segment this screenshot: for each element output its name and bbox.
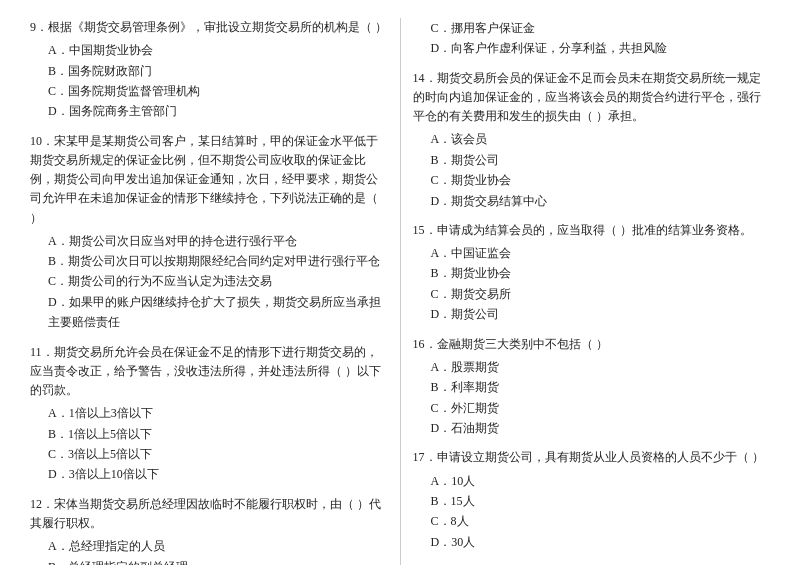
- option-q9-0: A．中国期货业协会: [30, 40, 388, 60]
- option-q16-1: B．利率期货: [413, 377, 771, 397]
- option-q9-3: D．国务院商务主管部门: [30, 101, 388, 121]
- option-q15-1: B．期货业协会: [413, 263, 771, 283]
- option-q13c-0: C．挪用客户保证金: [413, 18, 771, 38]
- option-q14-2: C．期货业协会: [413, 170, 771, 190]
- question-block-q11: 11．期货交易所允许会员在保证金不足的情形下进行期货交易的，应当责令改正，给予警…: [30, 343, 388, 485]
- option-q14-1: B．期货公司: [413, 150, 771, 170]
- question-block-q12: 12．宋体当期货交易所总经理因故临时不能履行职权时，由（ ）代其履行职权。A．总…: [30, 495, 388, 565]
- option-q16-3: D．石油期货: [413, 418, 771, 438]
- option-q17-2: C．8人: [413, 511, 771, 531]
- left-column: 9．根据《期货交易管理条例》，审批设立期货交易所的机构是（ ）A．中国期货业协会…: [30, 18, 400, 565]
- option-q17-3: D．30人: [413, 532, 771, 552]
- option-q15-0: A．中国证监会: [413, 243, 771, 263]
- option-q13c-1: D．向客户作虚利保证，分享利益，共担风险: [413, 38, 771, 58]
- option-q10-3: D．如果甲的账户因继续持仓扩大了损失，期货交易所应当承担主要赔偿责任: [30, 292, 388, 333]
- option-q10-2: C．期货公司的行为不应当认定为违法交易: [30, 271, 388, 291]
- option-q14-0: A．该会员: [413, 129, 771, 149]
- option-q11-0: A．1倍以上3倍以下: [30, 403, 388, 423]
- option-q10-0: A．期货公司次日应当对甲的持仓进行强行平仓: [30, 231, 388, 251]
- question-text-q9: 9．根据《期货交易管理条例》，审批设立期货交易所的机构是（ ）: [30, 18, 388, 37]
- option-q17-0: A．10人: [413, 471, 771, 491]
- question-block-q14: 14．期货交易所会员的保证金不足而会员未在期货交易所统一规定的时向内追加保证金的…: [413, 69, 771, 211]
- question-block-q10: 10．宋某甲是某期货公司客户，某日结算时，甲的保证金水平低于期货交易所规定的保证…: [30, 132, 388, 333]
- option-q11-2: C．3倍以上5倍以下: [30, 444, 388, 464]
- option-q12-1: B．总经理指定的副总经理: [30, 557, 388, 565]
- option-q14-3: D．期货交易结算中心: [413, 191, 771, 211]
- question-block-q15: 15．申请成为结算会员的，应当取得（ ）批准的结算业务资格。A．中国证监会B．期…: [413, 221, 771, 325]
- right-column: C．挪用客户保证金D．向客户作虚利保证，分享利益，共担风险14．期货交易所会员的…: [400, 18, 771, 565]
- question-text-q16: 16．金融期货三大类别中不包括（ ）: [413, 335, 771, 354]
- option-q16-0: A．股票期货: [413, 357, 771, 377]
- question-text-q15: 15．申请成为结算会员的，应当取得（ ）批准的结算业务资格。: [413, 221, 771, 240]
- option-q15-3: D．期货公司: [413, 304, 771, 324]
- question-block-q17: 17．申请设立期货公司，具有期货从业人员资格的人员不少于（ ）A．10人B．15…: [413, 448, 771, 552]
- question-block-q16: 16．金融期货三大类别中不包括（ ）A．股票期货B．利率期货C．外汇期货D．石油…: [413, 335, 771, 439]
- option-q9-1: B．国务院财政部门: [30, 61, 388, 81]
- question-block-q9: 9．根据《期货交易管理条例》，审批设立期货交易所的机构是（ ）A．中国期货业协会…: [30, 18, 388, 122]
- question-text-q10: 10．宋某甲是某期货公司客户，某日结算时，甲的保证金水平低于期货交易所规定的保证…: [30, 132, 388, 228]
- option-q15-2: C．期货交易所: [413, 284, 771, 304]
- option-q12-0: A．总经理指定的人员: [30, 536, 388, 556]
- option-q11-3: D．3倍以上10倍以下: [30, 464, 388, 484]
- question-text-q14: 14．期货交易所会员的保证金不足而会员未在期货交易所统一规定的时向内追加保证金的…: [413, 69, 771, 127]
- question-text-q17: 17．申请设立期货公司，具有期货从业人员资格的人员不少于（ ）: [413, 448, 771, 467]
- option-q10-1: B．期货公司次日可以按期期限经纪合同约定对甲进行强行平仓: [30, 251, 388, 271]
- option-q17-1: B．15人: [413, 491, 771, 511]
- option-q9-2: C．国务院期货监督管理机构: [30, 81, 388, 101]
- option-q16-2: C．外汇期货: [413, 398, 771, 418]
- option-q11-1: B．1倍以上5倍以下: [30, 424, 388, 444]
- question-text-q11: 11．期货交易所允许会员在保证金不足的情形下进行期货交易的，应当责令改正，给予警…: [30, 343, 388, 401]
- question-text-q12: 12．宋体当期货交易所总经理因故临时不能履行职权时，由（ ）代其履行职权。: [30, 495, 388, 533]
- question-block-q13c: C．挪用客户保证金D．向客户作虚利保证，分享利益，共担风险: [413, 18, 771, 59]
